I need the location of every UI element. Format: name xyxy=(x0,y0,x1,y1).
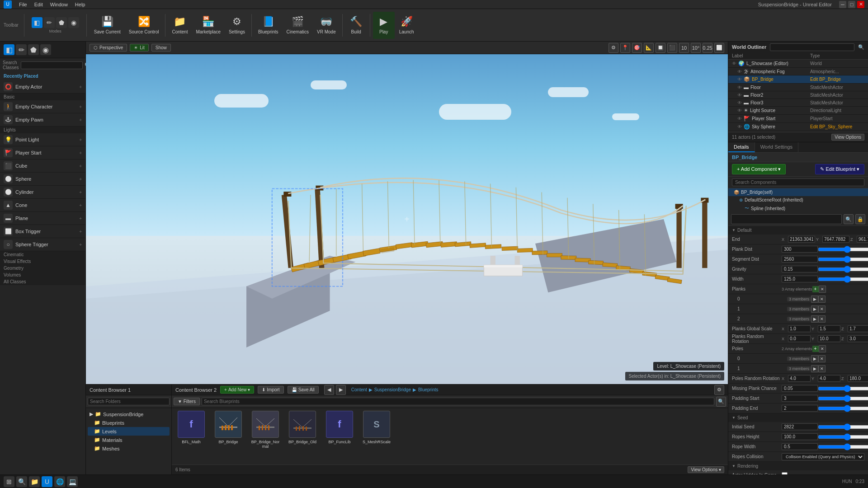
menu-file[interactable]: File xyxy=(19,2,27,7)
save-all-button[interactable]: 💾 Save All xyxy=(288,386,319,394)
search-classes-input[interactable] xyxy=(21,61,83,69)
poles-array-del-btn[interactable]: ✕ xyxy=(819,345,826,352)
back-button[interactable]: ◀ xyxy=(324,385,334,395)
show-button[interactable]: Show xyxy=(151,44,171,52)
place-item-point-light[interactable]: 💡 Point Light + xyxy=(0,133,85,146)
edit-blueprint-button[interactable]: ✎ Edit Blueprint ▾ xyxy=(815,164,864,174)
planks-2-expand[interactable]: ▶ xyxy=(811,315,818,323)
outliner-item-floor[interactable]: 👁 ▬ Floor StaticMeshActor xyxy=(728,84,868,91)
outliner-item-sky-sphere[interactable]: 👁 🌐 Sky Sphere Edit BP_Sky_Sphere xyxy=(728,123,868,131)
tree-item-materials[interactable]: 📁 Materials xyxy=(88,436,170,444)
tab-world-settings[interactable]: World Settings xyxy=(755,142,798,152)
prop-prr-x[interactable] xyxy=(788,335,811,342)
breadcrumb-blueprints[interactable]: Blueprints xyxy=(418,387,438,392)
poles-1-expand[interactable]: ▶ xyxy=(811,365,818,372)
prop-padding-end-input[interactable] xyxy=(782,405,818,412)
sphere-trigger-add[interactable]: + xyxy=(79,242,82,247)
viewport-icon-9[interactable]: 0.25 xyxy=(703,43,712,53)
mode-paint[interactable]: ✏ xyxy=(44,17,55,28)
prop-rope-width-slider[interactable] xyxy=(818,444,868,450)
outliner-item-light-source[interactable]: 👁 ☀ Light Source DirectionalLight xyxy=(728,107,868,115)
cinematics-button[interactable]: 🎬 Cinematics xyxy=(283,12,312,39)
planks-array-del-btn[interactable]: ✕ xyxy=(819,286,826,293)
outliner-item-floor3[interactable]: 👁 ▬ Floor3 StaticMeshActor xyxy=(728,99,868,107)
search-taskbar-icon[interactable]: 🔍 xyxy=(16,476,27,487)
tree-item-levels[interactable]: 📁 Levels xyxy=(88,427,170,436)
details-search-icon[interactable]: 🔍 xyxy=(844,214,854,224)
planks-1-expand[interactable]: ▶ xyxy=(811,305,818,313)
viewport-canvas[interactable]: + Selected Actor(s) in: L_Showcase (Pers… xyxy=(86,54,728,384)
cb1-search-input[interactable] xyxy=(88,398,170,405)
eye-icon-8[interactable]: 👁 xyxy=(737,116,742,121)
geometry-mode-icon[interactable]: ◉ xyxy=(40,44,51,55)
prop-initial-seed-slider[interactable] xyxy=(818,424,868,430)
content-button[interactable]: 📁 Content xyxy=(168,12,191,39)
filters-button[interactable]: ▼ Filters xyxy=(174,398,200,405)
prop-gravity-input[interactable] xyxy=(782,266,818,272)
taskbar-icon-2[interactable]: U xyxy=(42,476,52,487)
cb2-search-icon[interactable]: 🔍 xyxy=(716,397,726,407)
eye-icon-7[interactable]: 👁 xyxy=(737,108,742,113)
eye-icon-5[interactable]: 👁 xyxy=(737,93,742,98)
cone-add[interactable]: + xyxy=(79,203,82,208)
place-item-sphere[interactable]: ⚪ Sphere + xyxy=(0,173,85,186)
tree-item-blueprints[interactable]: 📁 Blueprints xyxy=(88,418,170,427)
component-bp-bridge-self[interactable]: 📦 BP_Bridge(self) xyxy=(728,188,868,196)
cb-item-bp-bridge[interactable]: BP_Bridge xyxy=(212,411,244,462)
save-current-button[interactable]: 💾 Save Current xyxy=(90,12,124,39)
place-item-cone[interactable]: ▲ Cone + xyxy=(0,199,85,212)
cube-add[interactable]: + xyxy=(79,164,82,169)
player-start-add[interactable]: + xyxy=(79,150,82,155)
prop-porr-x[interactable] xyxy=(788,375,811,382)
prop-padding-start-input[interactable] xyxy=(782,395,818,402)
taskbar-icon-3[interactable]: 🌐 xyxy=(54,476,65,487)
view-options-button[interactable]: View Options ▾ xyxy=(688,466,724,473)
view-options-outliner-button[interactable]: View Options xyxy=(831,134,864,141)
prop-pgs-x[interactable] xyxy=(788,325,811,332)
add-new-button[interactable]: + Add New ▾ xyxy=(220,386,254,394)
empty-char-add[interactable]: + xyxy=(79,104,82,109)
breadcrumb-suspensionbridge[interactable]: SuspensionBridge xyxy=(374,387,411,392)
eye-icon-9[interactable]: 👁 xyxy=(737,124,742,129)
maximize-button[interactable]: □ xyxy=(848,1,855,8)
maximize-viewport-button[interactable]: ⬜ xyxy=(714,43,724,53)
outliner-item-showcase-editor[interactable]: 👁 🌍 L_Showcase (Editor) World xyxy=(728,60,868,68)
viewport-icon-8[interactable]: 10° xyxy=(691,43,701,53)
rendering-section-header[interactable]: Rendering xyxy=(728,462,868,470)
landscape-mode-icon[interactable]: ⬟ xyxy=(28,44,39,55)
place-item-cylinder[interactable]: ⚪ Cylinder + xyxy=(0,186,85,199)
viewport-icon-1[interactable]: ⚙ xyxy=(609,43,618,53)
place-item-box-trigger[interactable]: ⬜ Box Trigger + xyxy=(0,225,85,238)
outliner-item-floor2[interactable]: 👁 ▬ Floor2 StaticMeshActor xyxy=(728,91,868,99)
prop-porr-y[interactable] xyxy=(818,375,840,382)
prop-padding-start-slider[interactable] xyxy=(818,396,868,401)
windows-icon[interactable]: ⊞ xyxy=(4,476,14,487)
paint-mode-icon[interactable]: ✏ xyxy=(16,44,27,55)
prop-gravity-slider[interactable] xyxy=(818,267,868,272)
box-trigger-add[interactable]: + xyxy=(79,229,82,234)
prop-missing-plank-input[interactable] xyxy=(782,385,818,392)
prop-segment-dist-input[interactable] xyxy=(782,256,818,263)
outliner-item-atmo-fog[interactable]: 👁 🌫 Atmospheric Fog Atmospheric... xyxy=(728,68,868,75)
cylinder-add[interactable]: + xyxy=(79,190,82,195)
prop-padding-end-slider[interactable] xyxy=(818,406,868,411)
place-item-empty-actor[interactable]: ⭕ Empty Actor + xyxy=(0,80,85,94)
place-mode-icon[interactable]: ◧ xyxy=(4,44,14,55)
point-light-add[interactable]: + xyxy=(79,137,82,142)
prop-plank-dist-slider[interactable] xyxy=(818,247,868,252)
settings-button[interactable]: ⚙ Settings xyxy=(225,12,249,39)
cb-item-bp-bridge-old[interactable]: BP_Bridge_Old xyxy=(287,411,318,462)
prop-prr-z[interactable] xyxy=(848,335,868,342)
poles-0-del[interactable]: ✕ xyxy=(818,355,826,362)
place-item-empty-character[interactable]: 🚶 Empty Character + xyxy=(0,100,85,113)
prop-porr-z[interactable] xyxy=(848,375,868,382)
cb-item-bfl-math[interactable]: f BFL_Math xyxy=(175,411,207,462)
components-search-input[interactable] xyxy=(732,178,864,186)
menu-window[interactable]: Window xyxy=(50,2,68,7)
place-item-empty-pawn[interactable]: 🕹 Empty Pawn + xyxy=(0,113,85,127)
taskbar-icon-4[interactable]: 💻 xyxy=(67,476,78,487)
poles-1-del[interactable]: ✕ xyxy=(818,365,826,372)
component-default-scene-root[interactable]: ⊕ DefaultSceneRoot (Inherited) xyxy=(728,196,868,204)
seed-section-header[interactable]: Seed xyxy=(728,413,868,422)
prop-ropes-height-slider[interactable] xyxy=(818,434,868,440)
